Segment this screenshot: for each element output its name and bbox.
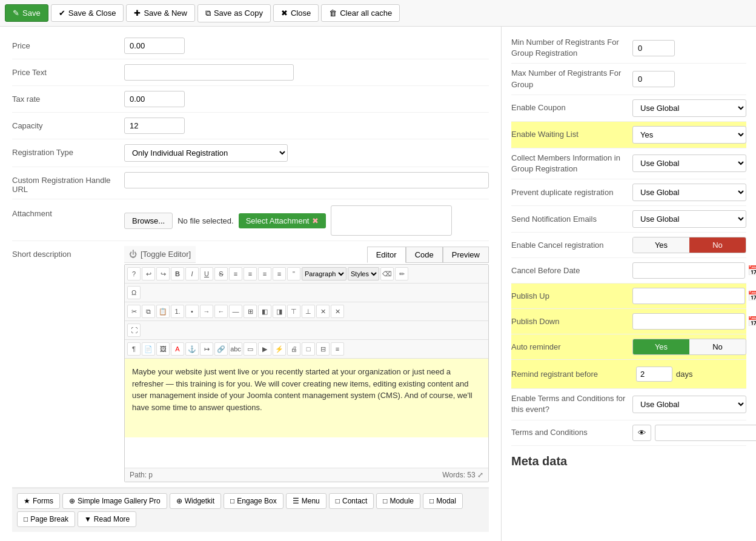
align-justify-btn[interactable]: ≡ — [273, 267, 286, 280]
underline-btn[interactable]: U — [200, 267, 213, 280]
ltr-btn[interactable]: ↦ — [200, 342, 213, 356]
auto-reminder-no-btn[interactable]: No — [689, 339, 746, 354]
collect-members-select[interactable]: Use GlobalYesNo — [632, 154, 746, 172]
special-char-btn[interactable]: Ω — [127, 286, 141, 299]
cancel-date-calendar-icon[interactable]: 📅 — [748, 265, 756, 276]
italic-btn[interactable]: I — [185, 267, 199, 280]
plugin-forms-btn[interactable]: ★ Forms — [17, 493, 60, 509]
terms-input[interactable] — [655, 425, 756, 441]
enable-cancel-no-btn[interactable]: No — [689, 237, 746, 253]
del-col-btn[interactable]: ✕ — [316, 305, 330, 318]
row-above-btn[interactable]: ⊤ — [287, 305, 300, 318]
save-close-button[interactable]: ✔ Save & Close — [51, 4, 124, 22]
print-btn[interactable]: 🖨 — [287, 342, 300, 356]
outdent-btn[interactable]: ← — [214, 305, 228, 318]
registration-type-select[interactable]: Only Individual Registration Group Regis… — [124, 144, 288, 162]
plugin-readmore-btn[interactable]: ▼ Read More — [78, 511, 136, 527]
strikethrough-btn[interactable]: S — [214, 267, 228, 280]
indent-btn[interactable]: → — [200, 305, 213, 318]
enable-terms-select[interactable]: Use GlobalYesNo — [632, 396, 746, 413]
prevent-duplicate-select[interactable]: Use GlobalYesNo — [632, 184, 746, 201]
select-attachment-button[interactable]: Select Attachment ✖ — [239, 213, 327, 228]
extra-btn[interactable]: ≡ — [331, 342, 344, 356]
send-notification-select[interactable]: Use GlobalYesNo — [632, 210, 746, 228]
terms-eye-button[interactable]: 👁 — [632, 425, 651, 441]
align-left-btn[interactable]: ≡ — [229, 267, 242, 280]
save-button[interactable]: ✎ Save — [5, 4, 48, 22]
tab-editor[interactable]: Editor — [367, 247, 406, 263]
paste-btn[interactable]: 📋 — [156, 305, 170, 318]
tab-code[interactable]: Code — [406, 247, 443, 263]
capacity-input[interactable] — [124, 118, 185, 134]
col-right-btn[interactable]: ◨ — [273, 305, 286, 318]
capacity-label: Capacity — [12, 118, 124, 130]
del-row-btn[interactable]: ✕ — [331, 305, 344, 318]
enable-waiting-list-select[interactable]: YesNoUse Global — [632, 126, 746, 144]
plugin-widgetkit-btn[interactable]: ⊕ Widgetkit — [170, 493, 221, 509]
link-btn[interactable]: 🔗 — [214, 342, 228, 356]
plugin-menu-btn[interactable]: ☰ Menu — [286, 493, 327, 509]
iframe-btn[interactable]: ▭ — [244, 342, 257, 356]
enable-cancel-yes-btn[interactable]: Yes — [633, 237, 689, 253]
templates-btn[interactable]: 📄 — [142, 342, 155, 356]
fullscreen-btn[interactable]: ⛶ — [127, 324, 141, 337]
publish-up-calendar-icon[interactable]: 📅 — [748, 290, 756, 302]
flash-btn[interactable]: ⚡ — [273, 342, 286, 356]
text-color-btn[interactable]: A — [171, 342, 184, 356]
enable-coupon-select[interactable]: Use GlobalYesNo — [632, 99, 746, 117]
tab-preview[interactable]: Preview — [443, 247, 489, 263]
ordered-list-btn[interactable]: 1. — [171, 305, 184, 318]
handle-url-input[interactable] — [124, 172, 489, 188]
remind-before-input[interactable] — [636, 367, 672, 382]
show-blocks-btn[interactable]: ¶ — [127, 342, 141, 356]
blockquote-btn[interactable]: " — [287, 267, 300, 280]
spellcheck-btn[interactable]: abc — [229, 342, 242, 356]
publish-down-calendar-icon[interactable]: 📅 — [748, 316, 756, 327]
clear-cache-button[interactable]: 🗑 Clear all cache — [321, 4, 400, 22]
eraser-btn[interactable]: ⌫ — [380, 267, 394, 280]
source-btn[interactable]: ✏ — [395, 267, 408, 280]
plugin-contact-btn[interactable]: □ Contact — [329, 493, 374, 509]
browse-button[interactable]: Browse... — [124, 213, 173, 229]
form-btn[interactable]: ⊟ — [316, 342, 330, 356]
min-registrants-input[interactable] — [632, 40, 675, 56]
publish-down-input[interactable] — [632, 313, 745, 330]
cut-btn[interactable]: ✂ — [127, 305, 141, 318]
plugin-pagebreak-btn[interactable]: □ Page Break — [17, 511, 75, 527]
plugin-modal-btn[interactable]: □ Modal — [423, 493, 463, 509]
price-text-input[interactable] — [124, 64, 294, 81]
row-below-btn[interactable]: ⊥ — [302, 305, 315, 318]
image-btn[interactable]: 🖼 — [156, 342, 170, 356]
unordered-list-btn[interactable]: • — [185, 305, 199, 318]
page-break-btn2[interactable]: □ — [302, 342, 315, 356]
toggle-editor-label[interactable]: [Toggle Editor] — [141, 250, 191, 259]
align-right-btn[interactable]: ≡ — [258, 267, 271, 280]
auto-reminder-yes-btn[interactable]: Yes — [633, 339, 689, 354]
align-center-btn[interactable]: ≡ — [244, 267, 257, 280]
price-input[interactable] — [124, 38, 185, 54]
plugin-engagebox-btn[interactable]: □ Engage Box — [224, 493, 284, 509]
tax-rate-input[interactable] — [124, 91, 185, 107]
paragraph-select[interactable]: Paragraph Heading 1 Heading 2 — [302, 267, 346, 280]
editor-content-area[interactable]: Maybe your website just went live or you… — [125, 359, 488, 437]
help-btn[interactable]: ? — [127, 267, 141, 280]
plugin-module-btn[interactable]: □ Module — [376, 493, 420, 509]
redo-btn[interactable]: ↪ — [156, 267, 170, 280]
anchor-btn[interactable]: ⚓ — [185, 342, 199, 356]
col-left-btn[interactable]: ◧ — [258, 305, 271, 318]
attachment-area: Browse... No file selected. Select Attac… — [124, 205, 489, 236]
styles-select[interactable]: Styles — [348, 267, 379, 280]
cancel-date-input[interactable] — [632, 262, 745, 279]
max-registrants-input[interactable] — [632, 71, 675, 87]
table-btn[interactable]: ⊞ — [244, 305, 257, 318]
hr-btn[interactable]: — — [229, 305, 242, 318]
undo-btn[interactable]: ↩ — [142, 267, 155, 280]
publish-up-input[interactable] — [632, 288, 745, 304]
bold-btn[interactable]: B — [171, 267, 184, 280]
save-copy-button[interactable]: ⧉ Save as Copy — [197, 4, 271, 22]
save-new-button[interactable]: ✚ Save & New — [126, 4, 195, 22]
media-btn[interactable]: ▶ — [258, 342, 271, 356]
close-button[interactable]: ✖ Close — [273, 4, 319, 22]
copy-btn[interactable]: ⧉ — [142, 305, 155, 318]
plugin-sigpro-btn[interactable]: ⊕ Simple Image Gallery Pro — [62, 493, 167, 509]
